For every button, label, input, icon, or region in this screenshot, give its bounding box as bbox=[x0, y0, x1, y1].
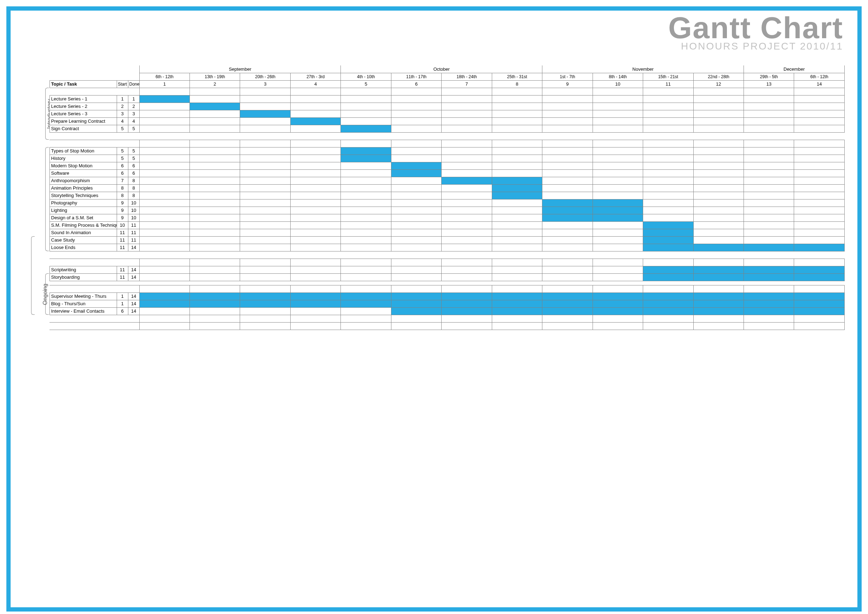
gantt-cell bbox=[139, 118, 189, 125]
gantt-cell bbox=[240, 244, 290, 251]
gantt-chart: SeptemberOctoberNovemberDecember6th - 12… bbox=[21, 65, 845, 597]
gantt-cell bbox=[442, 125, 492, 132]
gantt-cell bbox=[643, 169, 693, 177]
gantt-bar bbox=[139, 300, 189, 307]
col-topic: Topic / Task bbox=[50, 80, 117, 88]
gantt-cell bbox=[492, 102, 542, 110]
gantt-cell bbox=[492, 206, 542, 214]
task-start: 11 bbox=[117, 229, 128, 236]
gantt-bar bbox=[492, 307, 542, 315]
task-name: Lecture Series - 3 bbox=[50, 110, 117, 118]
gantt-cell bbox=[139, 214, 189, 222]
gantt-cell bbox=[442, 162, 492, 169]
task-done: 14 bbox=[128, 266, 139, 273]
gantt-cell bbox=[744, 110, 794, 118]
week-range: 6th - 12th bbox=[139, 73, 189, 80]
task-start: 5 bbox=[117, 125, 128, 132]
gantt-cell bbox=[189, 214, 240, 222]
task-name: Modern Stop Motion bbox=[50, 162, 117, 169]
task-name: Scriptwriting bbox=[50, 266, 117, 273]
gantt-cell bbox=[139, 229, 189, 236]
gantt-bar bbox=[643, 222, 693, 229]
gantt-cell bbox=[794, 110, 845, 118]
task-start: 6 bbox=[117, 162, 128, 169]
gantt-cell bbox=[189, 229, 240, 236]
gantt-cell bbox=[592, 162, 643, 169]
task-name: Blog - Thurs/Sun bbox=[50, 300, 117, 307]
week-num: 10 bbox=[592, 80, 643, 88]
gantt-bar bbox=[442, 307, 492, 315]
gantt-cell bbox=[542, 266, 592, 273]
gantt-bar bbox=[341, 125, 391, 132]
gantt-bar bbox=[492, 184, 542, 192]
gantt-cell bbox=[643, 177, 693, 184]
gantt-cell bbox=[290, 199, 341, 206]
gantt-cell bbox=[492, 118, 542, 125]
gantt-cell bbox=[189, 110, 240, 118]
task-name: S.M. Filming Process & Techniques bbox=[50, 222, 117, 229]
gantt-cell bbox=[693, 169, 744, 177]
gantt-cell bbox=[139, 177, 189, 184]
gantt-cell bbox=[744, 169, 794, 177]
gantt-cell bbox=[290, 222, 341, 229]
gantt-cell bbox=[693, 222, 744, 229]
task-name: Lecture Series - 2 bbox=[50, 102, 117, 110]
gantt-bar bbox=[542, 199, 592, 206]
gantt-cell bbox=[290, 102, 341, 110]
task-done: 14 bbox=[128, 293, 139, 300]
gantt-cell bbox=[240, 222, 290, 229]
gantt-cell bbox=[240, 118, 290, 125]
gantt-cell bbox=[693, 177, 744, 184]
gantt-cell bbox=[139, 236, 189, 244]
gantt-bar bbox=[542, 293, 592, 300]
gantt-cell bbox=[542, 184, 592, 192]
gantt-cell bbox=[744, 162, 794, 169]
gantt-bar bbox=[643, 273, 693, 281]
week-range: 18th - 24th bbox=[442, 73, 492, 80]
gantt-cell bbox=[492, 273, 542, 281]
gantt-cell bbox=[290, 177, 341, 184]
gantt-cell bbox=[492, 125, 542, 132]
gantt-cell bbox=[391, 229, 441, 236]
gantt-cell bbox=[592, 110, 643, 118]
month-header: September bbox=[139, 65, 341, 73]
gantt-cell bbox=[542, 118, 592, 125]
task-start: 6 bbox=[117, 307, 128, 315]
gantt-cell bbox=[189, 206, 240, 214]
gantt-bar bbox=[341, 147, 391, 155]
task-name: Photography bbox=[50, 199, 117, 206]
gantt-bar bbox=[442, 177, 492, 184]
gantt-cell bbox=[592, 118, 643, 125]
gantt-cell bbox=[744, 147, 794, 155]
week-num: 12 bbox=[693, 80, 744, 88]
gantt-bar bbox=[290, 118, 341, 125]
gantt-cell bbox=[341, 266, 391, 273]
gantt-bar bbox=[693, 293, 744, 300]
gantt-bar bbox=[189, 293, 240, 300]
gantt-cell bbox=[341, 192, 391, 199]
gantt-cell bbox=[139, 273, 189, 281]
gantt-cell bbox=[592, 236, 643, 244]
gantt-bar bbox=[693, 244, 744, 251]
task-name: Loose Ends bbox=[50, 244, 117, 251]
gantt-cell bbox=[442, 192, 492, 199]
gantt-cell bbox=[744, 155, 794, 162]
gantt-cell bbox=[542, 95, 592, 102]
gantt-cell bbox=[643, 192, 693, 199]
week-num: 4 bbox=[290, 80, 341, 88]
gantt-cell bbox=[240, 273, 290, 281]
gantt-cell bbox=[592, 147, 643, 155]
gantt-cell bbox=[189, 307, 240, 315]
task-start: 9 bbox=[117, 206, 128, 214]
gantt-bar bbox=[693, 300, 744, 307]
task-done: 10 bbox=[128, 206, 139, 214]
gantt-cell bbox=[341, 95, 391, 102]
gantt-cell bbox=[139, 206, 189, 214]
gantt-cell bbox=[693, 206, 744, 214]
section-pre-production: Pre-Production bbox=[21, 236, 36, 315]
gantt-cell bbox=[492, 169, 542, 177]
task-done: 8 bbox=[128, 184, 139, 192]
gantt-cell bbox=[592, 155, 643, 162]
gantt-cell bbox=[391, 222, 441, 229]
gantt-cell bbox=[442, 118, 492, 125]
